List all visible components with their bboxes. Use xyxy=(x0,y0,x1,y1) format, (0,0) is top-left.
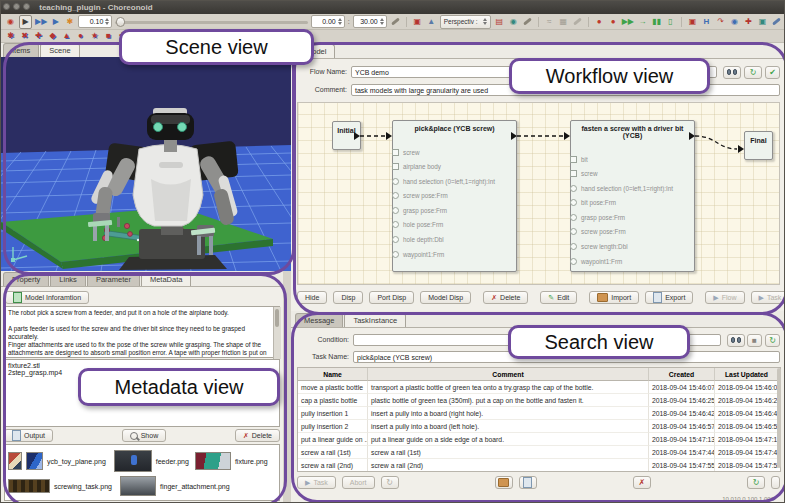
pause-icon[interactable]: ▮▮ xyxy=(651,16,662,28)
port-marker-icon[interactable] xyxy=(392,149,399,156)
scene-3d-viewport[interactable] xyxy=(1,57,291,271)
cell-created[interactable]: 2018-09-04 15:46:57 xyxy=(649,420,715,433)
port-marker-icon[interactable] xyxy=(392,207,399,214)
projection-select[interactable]: Perspectiv : xyxy=(440,15,491,29)
collision-detect-icon[interactable]: ✱ xyxy=(64,16,75,28)
export-button[interactable]: Export xyxy=(645,291,693,304)
thumbnail-gallery[interactable]: ycb_toy_plane.png feeder.png fixture.png… xyxy=(4,444,280,501)
table-scrollbar[interactable] xyxy=(777,368,781,468)
reload-tasks-button[interactable]: ↻ xyxy=(381,476,399,489)
scene-config-wrench-icon[interactable] xyxy=(522,16,533,28)
flow-refresh-button[interactable]: ↻ xyxy=(744,66,762,79)
port-marker-icon[interactable] xyxy=(570,199,577,206)
cell-updated[interactable]: 2018-09-04 15:47:55 xyxy=(715,459,778,471)
teaching-tool-icon-5[interactable]: ▲ xyxy=(61,30,72,42)
sync-tasks-button[interactable]: ↻ xyxy=(747,476,765,489)
range-end-spinbox[interactable]: 30.00 xyxy=(353,15,387,28)
thumbnail-image[interactable] xyxy=(120,476,156,496)
col-header-name[interactable]: Name xyxy=(298,368,368,381)
combo-arrows[interactable] xyxy=(483,18,487,25)
cell-name[interactable]: pully insertion 2 xyxy=(298,420,368,433)
col-header-updated[interactable]: Last Updated xyxy=(715,368,778,381)
port-marker-icon[interactable] xyxy=(570,228,577,235)
time-config-wrench-icon[interactable] xyxy=(390,16,401,28)
spin-arrows[interactable] xyxy=(105,18,109,25)
teaching-tool-icon-4[interactable]: ◆ xyxy=(47,30,58,42)
cell-comment[interactable]: put a linear guide on a side edge of a b… xyxy=(368,433,649,446)
node-pick-and-place[interactable]: pick&place (YCB screw) screw airplane bo… xyxy=(392,120,517,272)
choreonoid-logo-icon[interactable]: ◉ xyxy=(5,16,16,28)
port-marker-icon[interactable] xyxy=(392,221,399,228)
cell-comment[interactable]: insert a pully into a board (left hole). xyxy=(368,420,649,433)
thumbnail-image[interactable] xyxy=(8,452,22,470)
collision-sphere-icon-2[interactable]: ● xyxy=(608,16,619,28)
col-header-comment[interactable]: Comment xyxy=(368,368,649,381)
cross-marker-icon[interactable]: ✚ xyxy=(743,16,754,28)
model-information-button[interactable]: Model Inforamtion xyxy=(5,291,89,304)
port-row[interactable]: airplane body xyxy=(395,163,516,171)
graph-signal-icon[interactable]: ≈ xyxy=(544,16,555,28)
tab-property[interactable]: Property xyxy=(3,272,49,286)
port-row[interactable]: waypoint1:Frm xyxy=(573,257,694,265)
cell-created[interactable]: 2018-09-04 15:47:13 xyxy=(649,433,715,446)
description-scrollbar[interactable] xyxy=(273,306,281,358)
port-row[interactable]: hand selection (0=left,1=right):Int xyxy=(573,184,694,192)
collision-sphere-icon[interactable]: ● xyxy=(594,16,605,28)
port-row[interactable]: waypoint1:Frm xyxy=(395,250,516,258)
export-task-button[interactable] xyxy=(519,476,537,489)
tab-links[interactable]: Links xyxy=(50,272,86,286)
hide-button[interactable]: Hide xyxy=(297,291,327,304)
edit-button[interactable]: ✎Edit xyxy=(540,291,577,304)
port-row[interactable]: grasp pose:Frm xyxy=(573,213,694,221)
simulation-start-icon[interactable]: ▶ xyxy=(19,15,32,29)
port-disp-button[interactable]: Port Disp xyxy=(369,291,414,304)
teaching-tool-icon-8[interactable]: ■ xyxy=(103,30,114,42)
refresh-search-button[interactable]: ↻ xyxy=(765,334,780,347)
teaching-tool-icon-6[interactable]: ● xyxy=(75,30,86,42)
port-marker-icon[interactable] xyxy=(570,258,577,265)
seek-forward-icon[interactable]: ▶▶ xyxy=(622,16,634,28)
tab-parameter[interactable]: Parameter xyxy=(87,272,140,286)
col-header-created[interactable]: Created xyxy=(649,368,715,381)
port-row[interactable]: bit xyxy=(573,155,694,163)
cell-name[interactable]: pully insertion 1 xyxy=(298,407,368,420)
cell-updated[interactable]: 2018-09-04 15:46:57 xyxy=(715,420,778,433)
run-task-button[interactable]: ▶Task xyxy=(297,476,336,489)
cell-name[interactable]: screw a rail (1st) xyxy=(298,446,368,459)
port-row[interactable]: hand selection (0=left,1=right):Int xyxy=(395,177,516,185)
spin-arrows[interactable] xyxy=(380,18,384,25)
port-marker-icon[interactable] xyxy=(392,163,399,170)
port-marker-icon[interactable] xyxy=(392,178,399,185)
window-minimize-icon[interactable] xyxy=(13,3,20,10)
import-button[interactable]: Import xyxy=(589,291,639,304)
port-marker-icon[interactable] xyxy=(570,185,577,192)
thumbnail-image[interactable] xyxy=(114,450,152,472)
window-maximize-icon[interactable] xyxy=(23,3,30,10)
capture-icon[interactable]: ▣ xyxy=(687,16,698,28)
output-button[interactable]: Output xyxy=(4,429,53,442)
tab-taskinstance[interactable]: TaskInstance xyxy=(344,313,406,327)
flow-search-button[interactable] xyxy=(723,66,741,79)
cell-name[interactable]: screw a rail (2nd) xyxy=(298,459,368,471)
port-row[interactable]: screw pose:Frm xyxy=(395,192,516,200)
teaching-tool-icon-3[interactable]: ✚ xyxy=(33,30,44,42)
thumbnail-image[interactable] xyxy=(8,479,50,493)
cell-updated[interactable]: 2018-09-04 15:47:13 xyxy=(715,433,778,446)
port-row[interactable]: screw length:Dbl xyxy=(573,243,694,251)
port-row[interactable]: bit pose:Frm xyxy=(573,199,694,207)
settings-wrench-icon[interactable] xyxy=(771,16,782,28)
description-textarea[interactable]: The robot pick a screw from a feeder, an… xyxy=(4,306,280,358)
node-fasten-screw[interactable]: fasten a screw with a driver bit (YCB) b… xyxy=(570,120,695,272)
delete-task-button[interactable]: ✗ xyxy=(633,476,651,489)
delete-file-button[interactable]: ✗Delete xyxy=(235,429,280,442)
spin-arrows[interactable] xyxy=(338,18,342,25)
world-icon[interactable]: ◉ xyxy=(508,16,519,28)
stop-search-button[interactable]: ■ xyxy=(747,334,762,347)
cell-created[interactable]: 2018-09-04 15:47:55 xyxy=(649,459,715,471)
flow-apply-button[interactable]: ✔ xyxy=(765,66,780,79)
node-initial[interactable]: Initial xyxy=(332,121,361,150)
port-marker-icon[interactable] xyxy=(392,251,399,258)
window-close-icon[interactable] xyxy=(3,3,10,10)
thumbnail-image[interactable] xyxy=(26,452,43,470)
teaching-tool-icon-1[interactable]: ✱ xyxy=(5,30,16,42)
